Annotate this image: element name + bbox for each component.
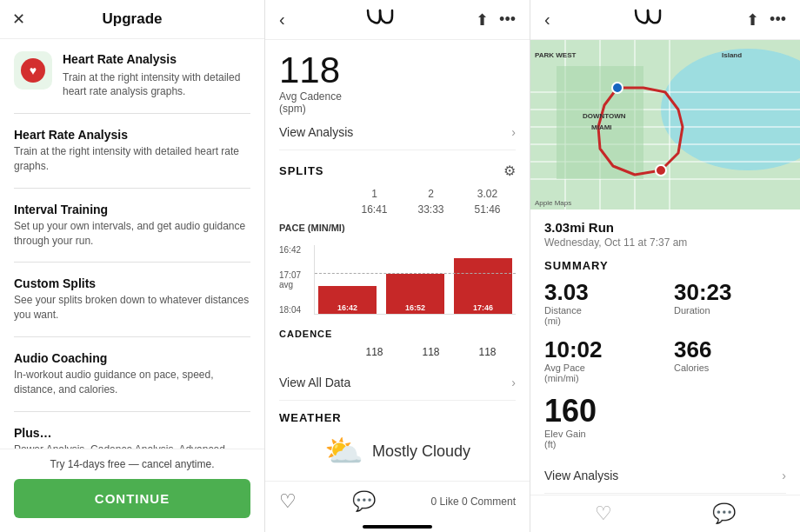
view-analysis-row2[interactable]: View Analysis › <box>544 458 786 494</box>
splits-time-row: 16:41 33:33 51:46 <box>279 203 516 216</box>
feature-plus: Plus… Power Analysis, Cadence Analysis, … <box>14 417 250 449</box>
feature-desc-0: Train at the right intensity with detail… <box>14 144 250 174</box>
stat-duration: 30:23 Duration <box>674 281 786 326</box>
stat-calories: 366 Calories <box>674 338 786 383</box>
upgrade-title: Upgrade <box>103 10 163 28</box>
feature-hero-desc: Train at the right intensity with detail… <box>63 71 240 98</box>
upgrade-footer: Try 14-days free — cancel anytime. CONTI… <box>0 449 264 532</box>
cadence-row: 118 118 118 <box>279 346 516 358</box>
cadence-val-0: 118 <box>346 346 403 358</box>
stat-distance: 3.03 Distance(mi) <box>544 281 657 326</box>
bar-1: 16:52 <box>383 244 448 314</box>
split-time-0: 16:41 <box>346 203 403 216</box>
like-icon[interactable]: ♡ <box>279 490 297 513</box>
bar-fill-2: 17:46 <box>454 258 513 314</box>
splits-content: 118 Avg Cadence (spm) View Analysis › SP… <box>265 40 530 481</box>
like-comment-text: 0 Like 0 Comment <box>431 495 516 508</box>
chart-bars: 16:42 16:52 17:46 <box>314 245 516 315</box>
run-comment-icon[interactable]: 💬 <box>712 502 736 525</box>
feature-hero: ♥ Heart Rate Analysis Train at the right… <box>14 39 250 108</box>
splits-section: SPLITS ⚙ 1 2 3.02 16:41 33:33 51:46 PACE… <box>279 163 516 478</box>
y-label-top: 16:42 <box>279 245 312 255</box>
splits-header: ‹ ⬆ ••• <box>265 0 530 40</box>
run-more-icon[interactable]: ••• <box>770 10 786 29</box>
divider-3 <box>14 262 250 263</box>
svg-text:MIAMI: MIAMI <box>591 123 612 131</box>
upgrade-panel: ✕ Upgrade ♥ Heart Rate Analysis Train at… <box>0 0 265 532</box>
weather-content: ⛅ Mostly Cloudy <box>279 424 516 478</box>
ua-logo-splits <box>366 9 394 30</box>
feature-title-0: Heart Rate Analysis <box>14 128 250 142</box>
view-all-label: View All Data <box>279 376 350 389</box>
bar-0: 16:42 <box>315 244 380 314</box>
ua-logo-run <box>634 9 662 30</box>
weather-section: WEATHER ⛅ Mostly Cloudy <box>279 411 516 478</box>
run-back-icon[interactable]: ‹ <box>544 10 550 30</box>
run-type: 3.03mi Run <box>544 220 786 235</box>
run-header-right: ⬆ ••• <box>746 10 786 30</box>
col-header-0: 1 <box>346 188 403 200</box>
upgrade-content: ♥ Heart Rate Analysis Train at the right… <box>0 39 264 449</box>
feature-desc-3: In-workout audio guidance on pace, speed… <box>14 368 250 397</box>
stat-label-distance: Distance(mi) <box>544 305 657 326</box>
run-like-icon[interactable]: ♡ <box>595 502 612 525</box>
col-header-1: 2 <box>403 188 459 200</box>
stat-value-pace: 10:02 <box>544 338 657 361</box>
feature-hero-title: Heart Rate Analysis <box>63 51 250 69</box>
divider-5 <box>14 411 250 412</box>
feature-heart-rate: Heart Rate Analysis Train at the right i… <box>14 119 250 183</box>
view-all-chevron: › <box>511 376 516 389</box>
bar-label-1: 16:52 <box>405 303 425 312</box>
bar-2: 17:46 <box>450 244 516 314</box>
stat-value-duration: 30:23 <box>674 281 786 303</box>
view-analysis-label2: View Analysis <box>544 469 618 482</box>
cadence-val-2: 118 <box>459 346 516 358</box>
elev-section: 160 Elev Gain(ft) <box>544 396 786 449</box>
cadence-val-1: 118 <box>403 346 459 358</box>
divider-2 <box>14 188 250 189</box>
chevron-right-icon: › <box>511 125 516 139</box>
heart-icon: ♥ <box>21 58 45 83</box>
svg-point-14 <box>656 165 666 176</box>
share-icon[interactable]: ⬆ <box>476 10 489 30</box>
splits-section-header: SPLITS ⚙ <box>279 163 516 179</box>
pace-chart-section: PACE (MIN/MI) 16:42 17:07avg 18:04 16:42 <box>279 223 516 315</box>
view-analysis-row[interactable]: View Analysis › <box>279 115 516 150</box>
settings-icon[interactable]: ⚙ <box>503 163 516 179</box>
bar-fill-1: 16:52 <box>386 274 445 314</box>
divider-1 <box>14 113 250 114</box>
back-icon[interactable]: ‹ <box>279 10 285 30</box>
view-all-row[interactable]: View All Data › <box>279 365 516 401</box>
close-icon[interactable]: ✕ <box>12 10 25 29</box>
splits-label: SPLITS <box>279 164 324 177</box>
cadence-label: CADENCE <box>279 325 516 341</box>
pace-chart-label: PACE (MIN/MI) <box>279 223 516 233</box>
run-datetime: Wednesday, Oct 11 at 7:37 am <box>544 236 786 249</box>
svg-point-13 <box>612 83 623 93</box>
run-content: PARK WEST Island DOWNTOWN MIAMI Apple Ma… <box>530 40 800 495</box>
run-panel: ‹ ⬆ ••• <box>530 0 800 532</box>
stat-label-pace: Avg Pace(min/mi) <box>544 362 657 383</box>
svg-text:Apple Maps: Apple Maps <box>535 199 571 207</box>
divider-4 <box>14 336 250 337</box>
stat-label-duration: Duration <box>674 305 786 316</box>
bar-label-2: 17:46 <box>473 303 493 312</box>
avg-cadence-label: Avg Cadence (spm) <box>279 90 516 115</box>
weather-label: WEATHER <box>279 411 516 424</box>
more-icon[interactable]: ••• <box>499 10 516 29</box>
continue-button[interactable]: CONTINUE <box>14 479 250 518</box>
run-share-icon[interactable]: ⬆ <box>746 10 759 30</box>
split-time-1: 33:33 <box>403 203 459 216</box>
bar-label-0: 16:42 <box>337 303 357 312</box>
comment-icon[interactable]: 💬 <box>352 490 376 513</box>
elev-label: Elev Gain(ft) <box>544 429 786 449</box>
trial-text: Try 14-days free — cancel anytime. <box>14 458 250 470</box>
header-left: ‹ <box>279 10 285 30</box>
avg-cadence-value: 118 <box>279 52 516 89</box>
svg-text:PARK WEST: PARK WEST <box>535 51 577 59</box>
y-label-mid: 17:07avg <box>279 270 312 289</box>
feature-desc-1: Set up your own intervals, and get audio… <box>14 219 250 249</box>
y-axis: 16:42 17:07avg 18:04 <box>279 245 312 315</box>
summary-label: SUMMARY <box>544 259 786 272</box>
svg-text:Island: Island <box>722 51 742 59</box>
